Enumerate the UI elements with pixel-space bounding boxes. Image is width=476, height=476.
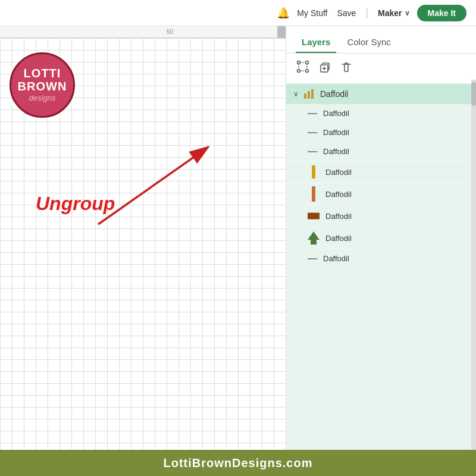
machine-name: Maker: [378, 8, 402, 18]
layer-item[interactable]: Daffodil: [286, 123, 476, 142]
my-stuff-link[interactable]: My Stuff: [297, 8, 327, 18]
logo-line3: designs: [29, 93, 56, 104]
layer-item-label: Daffodil: [323, 254, 349, 263]
layer-item[interactable]: Daffodil: [286, 227, 476, 249]
layer-group-header[interactable]: ∨ Daffodil: [286, 84, 476, 104]
machine-selector[interactable]: Maker ∨: [378, 8, 409, 18]
footer-text: LottiBrownDesigns.com: [163, 456, 312, 470]
layer-item-label: Daffodil: [325, 234, 352, 243]
main-area: 50 LOTTI BROWN designs Ungroup: [0, 26, 476, 450]
layer-item-icon: [308, 232, 320, 244]
ruler-mark-50: 50: [167, 29, 173, 35]
make-it-button[interactable]: Make It: [417, 5, 466, 21]
layer-item[interactable]: Daffodil: [286, 161, 476, 183]
svg-rect-14: [308, 91, 310, 99]
delete-icon[interactable]: [340, 61, 353, 77]
svg-point-2: [298, 61, 300, 64]
chevron-down-icon: ∨: [405, 9, 410, 17]
dash-icon: [308, 132, 317, 133]
layer-item-label: Daffodil: [325, 190, 352, 199]
annotation-arrow: [92, 138, 223, 233]
layer-item-label: Daffodil: [323, 147, 349, 156]
tab-color-sync[interactable]: Color Sync: [341, 32, 396, 53]
layer-item[interactable]: Daffodil: [286, 183, 476, 205]
canvas-grid[interactable]: LOTTI BROWN designs Ungroup: [0, 38, 286, 450]
ungroup-annotation: Ungroup: [36, 193, 115, 215]
svg-point-5: [306, 70, 309, 73]
svg-point-4: [298, 70, 300, 73]
layer-item-label: Daffodil: [325, 212, 352, 221]
ungroup-icon[interactable]: [296, 60, 310, 77]
ruler-top: 50: [0, 26, 286, 38]
group-icon: [303, 89, 315, 99]
save-link[interactable]: Save: [337, 8, 356, 18]
header: 🔔 My Stuff Save | Maker ∨ Make It: [0, 0, 476, 26]
logo-line1: LOTTI: [24, 67, 61, 80]
layers-panel: Layers Color Sync: [286, 26, 476, 450]
svg-rect-16: [312, 165, 315, 178]
logo-line2: BROWN: [18, 80, 67, 93]
layer-item[interactable]: Daffodil: [286, 104, 476, 123]
svg-point-3: [306, 61, 309, 64]
layers-scrollbar-thumb: [471, 82, 476, 106]
ruler-scrollbar[interactable]: [277, 26, 286, 37]
layer-item-icon: [308, 166, 320, 178]
layer-item-label: Daffodil: [325, 168, 352, 177]
tab-layers[interactable]: Layers: [296, 32, 336, 53]
layers-list: ∨ Daffodil Daffodil Daffodil: [286, 84, 476, 450]
header-nav: My Stuff Save | Maker ∨: [297, 7, 409, 19]
duplicate-icon[interactable]: [318, 61, 331, 77]
canvas-area: 50 LOTTI BROWN designs Ungroup: [0, 26, 286, 450]
svg-rect-15: [311, 89, 314, 99]
layer-item-icon: [308, 188, 320, 200]
svg-rect-13: [304, 93, 306, 99]
svg-marker-19: [308, 231, 320, 245]
svg-rect-18: [308, 213, 320, 220]
svg-rect-17: [312, 186, 315, 202]
footer: LottiBrownDesigns.com: [0, 450, 476, 476]
separator: |: [365, 7, 368, 19]
layer-item[interactable]: Daffodil: [286, 142, 476, 161]
panel-toolbar: [286, 54, 476, 84]
layer-item-icon: [308, 210, 320, 222]
dash-icon: [308, 151, 317, 152]
layer-item-label: Daffodil: [323, 128, 349, 137]
layer-item[interactable]: Daffodil: [286, 249, 476, 268]
dash-icon: [308, 113, 317, 114]
bell-icon[interactable]: 🔔: [277, 7, 290, 20]
layer-item[interactable]: Daffodil: [286, 205, 476, 227]
logo: LOTTI BROWN designs: [10, 52, 75, 118]
layers-scrollbar[interactable]: [471, 80, 476, 450]
layer-item-label: Daffodil: [323, 109, 349, 118]
group-chevron-icon: ∨: [293, 90, 299, 98]
dash-icon: [308, 258, 317, 259]
panel-tabs: Layers Color Sync: [286, 26, 476, 54]
group-label: Daffodil: [320, 89, 348, 99]
